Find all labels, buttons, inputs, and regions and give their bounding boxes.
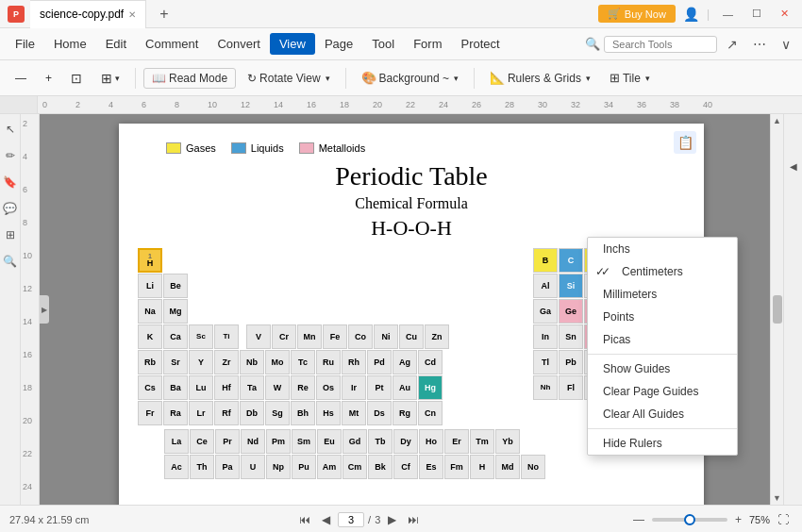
- close-window-button[interactable]: ✕: [775, 6, 794, 22]
- new-tab-button[interactable]: +: [152, 6, 175, 23]
- menu-home[interactable]: Home: [44, 33, 96, 55]
- element-Fl: Fl: [559, 375, 583, 400]
- element-Db: Db: [240, 401, 264, 425]
- element-Ac: Ac: [164, 455, 189, 479]
- element-Mo: Mo: [265, 350, 290, 374]
- menu-item-millimeters[interactable]: Millimeters: [588, 283, 737, 306]
- dropdown-separator-1: [588, 354, 737, 355]
- maximize-button[interactable]: ☐: [746, 6, 767, 22]
- fit-page-button[interactable]: ⊡: [63, 68, 90, 89]
- main-area: ↖ ✏ 🔖 💬 ⊞ 🔍 2 4 6 8 10 12 14 16 18 20 22…: [0, 114, 802, 505]
- menu-item-hide-rulers[interactable]: Hide Rulers: [588, 432, 737, 455]
- element-Rf: Rf: [214, 401, 239, 425]
- content-area[interactable]: Gases Liquids Metalloids Periodic Table …: [40, 114, 783, 505]
- prev-page-button[interactable]: ◀: [318, 511, 334, 528]
- element-Ir: Ir: [342, 375, 366, 400]
- menu-right-area: 🔍 ↗ ⋯ ∨: [585, 35, 796, 54]
- element-Cs: Cs: [138, 375, 162, 400]
- menu-item-points[interactable]: Points: [588, 306, 737, 328]
- last-page-button[interactable]: ⏭: [404, 511, 423, 528]
- settings-icon[interactable]: ⋯: [747, 35, 772, 54]
- menu-view[interactable]: View: [270, 33, 315, 55]
- minimize-button[interactable]: —: [717, 7, 739, 22]
- menu-item-inchs[interactable]: Inchs: [588, 238, 737, 260]
- fullscreen-button[interactable]: ⛶: [774, 511, 793, 528]
- read-mode-icon: 📖: [152, 72, 166, 85]
- scroll-up-icon[interactable]: ▲: [773, 116, 781, 125]
- legend-metalloids-box: [299, 142, 314, 154]
- menu-comment[interactable]: Comment: [136, 33, 208, 55]
- element-Sn: Sn: [559, 324, 583, 349]
- menu-tool[interactable]: Tool: [362, 33, 404, 55]
- element-Zn: Zn: [425, 324, 449, 349]
- element-Ag: Ag: [393, 350, 417, 374]
- read-mode-button[interactable]: 📖 Read Mode: [143, 68, 236, 89]
- fit-width-button[interactable]: ⊞ ▾: [93, 68, 127, 89]
- rotate-view-button[interactable]: ↻ Rotate View: [240, 69, 337, 88]
- element-Lr: Lr: [189, 401, 213, 425]
- element-Cu: Cu: [399, 324, 424, 349]
- right-sidebar-arrow[interactable]: ◀: [790, 161, 797, 172]
- menu-item-picas[interactable]: Picas: [588, 328, 737, 351]
- menu-item-centimeters[interactable]: ✓ Centimeters: [588, 260, 737, 283]
- rulers-dropdown-menu[interactable]: Inchs ✓ Centimeters Millimeters Points P…: [587, 237, 738, 456]
- element-Tm: Tm: [470, 429, 494, 454]
- sidebar-tool-cursor[interactable]: ↖: [1, 120, 20, 139]
- page-separator: /: [368, 514, 371, 525]
- menu-protect[interactable]: Protect: [451, 33, 509, 55]
- zoom-in-button[interactable]: +: [38, 69, 59, 88]
- user-icon[interactable]: 👤: [683, 7, 699, 22]
- sidebar-tool-search[interactable]: 🔍: [1, 252, 20, 271]
- pdf-help-icon[interactable]: 📋: [674, 131, 696, 154]
- zoom-slider[interactable]: [652, 518, 727, 522]
- menu-page[interactable]: Page: [315, 33, 362, 55]
- tile-button[interactable]: ⊞ Tile: [602, 68, 658, 88]
- ruler-h: 0 2 4 6 8 10 12 14 16 18 20 22 24 26 28 …: [38, 96, 802, 113]
- element-Ra: Ra: [163, 401, 188, 425]
- background-button[interactable]: 🎨 Background ~: [354, 68, 466, 88]
- element-Cf: Cf: [393, 455, 418, 479]
- chevron-down-icon[interactable]: ∨: [776, 35, 796, 54]
- page-number-input[interactable]: [338, 512, 364, 527]
- menu-item-clear-page-guides[interactable]: Clear Page Guides: [588, 380, 737, 403]
- legend-liquids: Liquids: [231, 142, 284, 154]
- element-Zr: Zr: [214, 350, 239, 374]
- menu-file[interactable]: File: [6, 33, 44, 55]
- rulers-icon: 📐: [490, 71, 505, 85]
- scroll-thumb[interactable]: [773, 295, 782, 324]
- element-C: C: [559, 248, 583, 273]
- show-guides-label: Show Guides: [603, 362, 670, 375]
- vertical-scrollbar[interactable]: ▲ ▼: [770, 114, 783, 505]
- zoom-out-button[interactable]: —: [8, 69, 34, 88]
- element-Ta: Ta: [240, 375, 264, 400]
- zoom-out-status-button[interactable]: —: [629, 511, 648, 528]
- menu-item-clear-all-guides[interactable]: Clear All Guides: [588, 403, 737, 425]
- tab-item[interactable]: science-copy.pdf ✕: [30, 0, 146, 28]
- element-Rg: Rg: [393, 401, 417, 425]
- element-Os: Os: [316, 375, 341, 400]
- menu-form[interactable]: Form: [404, 33, 451, 55]
- first-page-button[interactable]: ⏮: [295, 511, 314, 528]
- sidebar-tool-layers[interactable]: ⊞: [1, 225, 20, 244]
- expand-left-button[interactable]: ▶: [40, 295, 49, 324]
- rulers-grids-button[interactable]: 📐 Rulers & Grids: [482, 68, 598, 88]
- search-input[interactable]: [604, 36, 717, 53]
- buy-now-button[interactable]: 🛒 Buy Now: [598, 5, 676, 23]
- tab-close-button[interactable]: ✕: [128, 9, 136, 20]
- scroll-down-icon[interactable]: ▼: [773, 493, 781, 503]
- zoom-slider-thumb[interactable]: [684, 514, 695, 525]
- element-W: W: [265, 375, 290, 400]
- next-page-button[interactable]: ▶: [384, 511, 400, 528]
- menu-edit[interactable]: Edit: [96, 33, 136, 55]
- sidebar-tool-bookmark[interactable]: 🔖: [1, 173, 20, 191]
- external-link-icon[interactable]: ↗: [721, 35, 744, 54]
- total-pages: 3: [375, 514, 380, 525]
- sidebar-tool-edit[interactable]: ✏: [1, 146, 20, 165]
- menu-item-show-guides[interactable]: Show Guides: [588, 357, 737, 380]
- element-Md: Md: [495, 455, 520, 479]
- menu-convert[interactable]: Convert: [208, 33, 270, 55]
- zoom-in-status-button[interactable]: +: [731, 511, 745, 528]
- sidebar-tool-comment[interactable]: 💬: [1, 199, 20, 218]
- dropdown-separator-2: [588, 428, 737, 429]
- element-Ti: Ti: [214, 324, 239, 349]
